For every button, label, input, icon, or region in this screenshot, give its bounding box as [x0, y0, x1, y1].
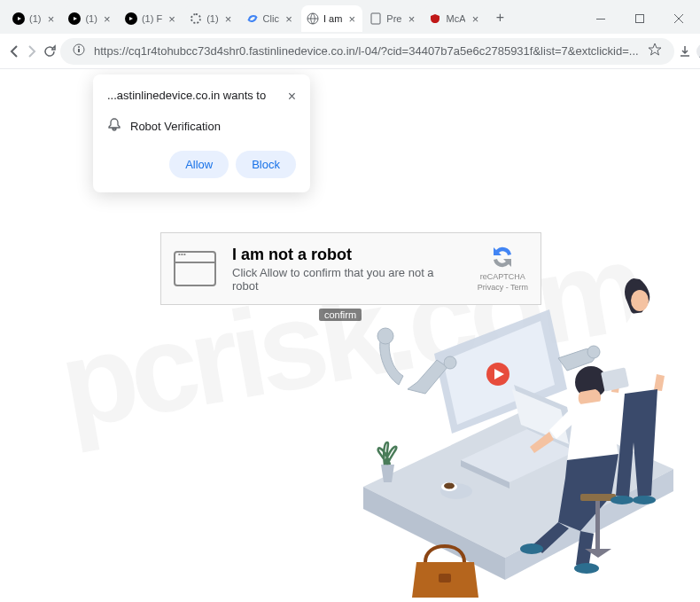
back-button[interactable]	[7, 37, 21, 66]
allow-button[interactable]: Allow	[169, 151, 229, 178]
mcafee-icon	[429, 12, 441, 25]
close-icon[interactable]: ×	[223, 13, 234, 24]
close-icon[interactable]: ×	[167, 13, 177, 24]
tab-title: (1) F	[142, 13, 162, 24]
captcha-text: I am not a robot Click Allow to confirm …	[232, 246, 462, 293]
tab-title: (1)	[29, 13, 41, 24]
youtube-icon	[125, 12, 137, 25]
site-info-icon[interactable]	[73, 43, 85, 59]
block-button[interactable]: Block	[236, 151, 296, 178]
downloads-button[interactable]	[678, 37, 692, 66]
youtube-icon	[12, 12, 25, 25]
svg-point-18	[444, 483, 455, 489]
svg-rect-23	[595, 501, 600, 550]
svg-point-13	[377, 328, 393, 344]
captcha-title: I am not a robot	[232, 246, 462, 264]
notification-prompt: ...astinlinedevice.co.in wants to × Robo…	[93, 74, 310, 192]
address-bar[interactable]: https://cq1r4tohubcc73d4shr0.fastinlined…	[60, 38, 674, 65]
youtube-icon	[68, 12, 81, 25]
close-window-button[interactable]	[659, 5, 698, 32]
tab-7[interactable]: Pre ×	[364, 5, 422, 32]
recaptcha-badge: reCAPTCHA Privacy - Term	[478, 244, 528, 293]
window-icon	[174, 251, 216, 286]
bell-icon	[107, 117, 121, 135]
tab-4[interactable]: (1) ×	[184, 5, 238, 32]
close-icon[interactable]: ×	[470, 13, 480, 24]
new-tab-button[interactable]: +	[487, 5, 512, 30]
tab-5[interactable]: Clic ×	[241, 5, 299, 32]
browser-titlebar: (1) × (1) × (1) F × (1) × Clic × I am ×	[0, 0, 700, 34]
notification-text: Robot Verification	[130, 120, 221, 133]
tab-title: Pre	[386, 13, 401, 24]
tab-6-active[interactable]: I am ×	[301, 5, 362, 32]
close-icon[interactable]: ×	[346, 13, 357, 24]
tab-title: (1)	[206, 13, 218, 24]
maximize-button[interactable]	[620, 5, 659, 32]
minimize-button[interactable]	[581, 5, 620, 32]
svg-point-15	[587, 346, 600, 358]
window-controls	[581, 5, 698, 32]
tab-2[interactable]: (1) ×	[63, 5, 117, 32]
globe-icon	[307, 12, 319, 25]
loading-icon	[190, 12, 202, 25]
recaptcha-icon	[489, 244, 516, 270]
tab-title: Clic	[263, 13, 279, 24]
svg-point-24	[631, 290, 649, 311]
page-content: pcrisk.com	[0, 69, 700, 602]
url-text: https://cq1r4tohubcc73d4shr0.fastinlined…	[94, 44, 639, 58]
tab-title: McA	[446, 13, 465, 24]
captcha-subtitle: Click Allow to confirm that you are not …	[232, 266, 462, 293]
svg-rect-5	[78, 49, 80, 52]
svg-point-20	[574, 563, 599, 574]
recaptcha-icon	[246, 12, 259, 25]
captcha-box: I am not a robot Click Allow to confirm …	[160, 232, 541, 305]
recaptcha-sublabel: Privacy - Term	[478, 283, 528, 293]
svg-point-26	[633, 496, 656, 504]
close-icon[interactable]: ×	[288, 89, 296, 105]
svg-point-21	[520, 543, 543, 554]
tab-1[interactable]: (1) ×	[7, 5, 61, 32]
page-icon	[369, 12, 382, 25]
tab-strip: (1) × (1) × (1) F × (1) × Clic × I am ×	[7, 5, 581, 32]
recaptcha-label: reCAPTCHA	[478, 272, 528, 283]
svg-point-6	[78, 46, 80, 48]
close-icon[interactable]: ×	[102, 13, 113, 24]
reload-button[interactable]	[43, 37, 57, 66]
notification-domain: ...astinlinedevice.co.in wants to	[107, 89, 266, 102]
close-icon[interactable]: ×	[406, 13, 416, 24]
svg-point-27	[611, 496, 634, 504]
close-icon[interactable]: ×	[45, 13, 56, 24]
forward-button[interactable]	[25, 37, 39, 66]
bookmark-icon[interactable]	[648, 43, 662, 60]
close-icon[interactable]: ×	[284, 13, 294, 24]
tab-title: I am	[323, 13, 342, 24]
svg-rect-28	[439, 574, 451, 582]
svg-rect-22	[580, 494, 616, 501]
svg-rect-2	[596, 19, 605, 20]
svg-rect-25	[601, 367, 629, 391]
browser-toolbar: https://cq1r4tohubcc73d4shr0.fastinlined…	[0, 34, 700, 69]
svg-rect-1	[371, 13, 380, 24]
svg-point-14	[444, 356, 456, 369]
svg-rect-3	[636, 15, 644, 23]
tab-3[interactable]: (1) F ×	[120, 5, 183, 32]
tab-8[interactable]: McA ×	[424, 5, 486, 32]
profile-button[interactable]	[696, 37, 700, 66]
confirm-label: confirm	[319, 309, 362, 321]
tab-title: (1)	[85, 13, 97, 24]
